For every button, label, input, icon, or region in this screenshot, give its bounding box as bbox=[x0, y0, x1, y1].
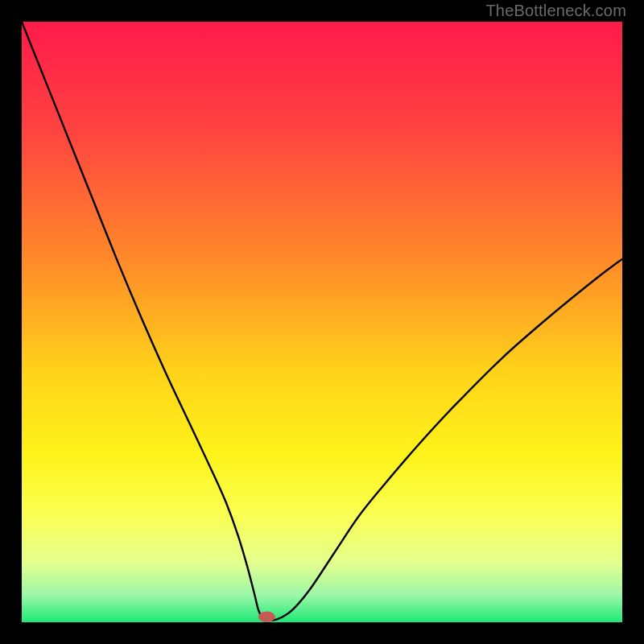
min-point-marker bbox=[258, 612, 275, 622]
watermark-text: TheBottleneck.com bbox=[485, 2, 626, 20]
bottleneck-chart bbox=[22, 22, 622, 622]
chart-background bbox=[22, 22, 622, 622]
outer-frame: TheBottleneck.com bbox=[0, 0, 644, 644]
